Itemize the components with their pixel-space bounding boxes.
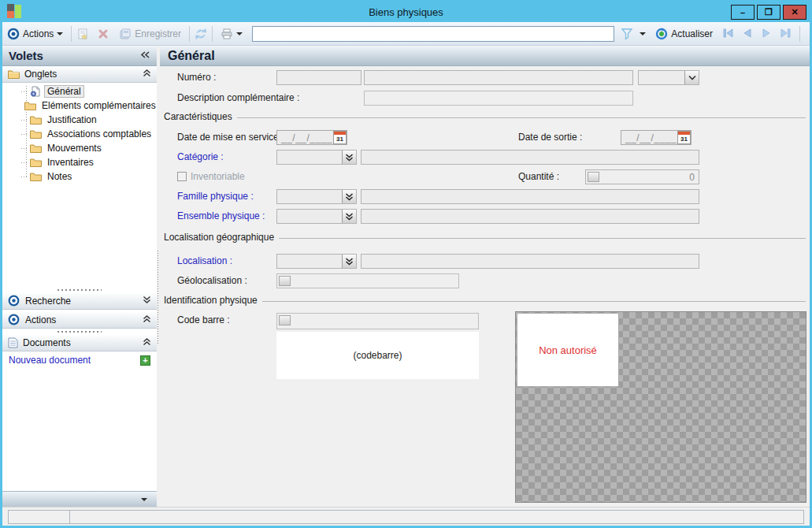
ensemble-physique-combo[interactable] <box>276 209 357 224</box>
add-document-icon[interactable]: + <box>140 355 150 366</box>
localisation-combo[interactable] <box>276 254 357 269</box>
description-label: Description complémentaire : <box>177 91 299 106</box>
delete-icon[interactable] <box>97 28 109 40</box>
new-item-icon[interactable] <box>76 28 89 40</box>
inventoriable-label: Inventoriable <box>191 171 245 182</box>
status-cell-left <box>9 511 70 523</box>
window-title: Biens physiques <box>2 6 810 18</box>
ensemble-physique-label[interactable]: Ensemble physique : <box>177 209 265 224</box>
chevron-double-down-icon[interactable] <box>342 151 356 164</box>
nav-next-icon[interactable] <box>760 28 773 40</box>
new-document-link[interactable]: Nouveau document <box>9 355 140 366</box>
famille-physique-field[interactable] <box>361 189 699 204</box>
folder-icon <box>8 69 20 79</box>
chevron-down-icon[interactable] <box>684 71 699 84</box>
categorie-combo[interactable] <box>276 150 357 165</box>
calendar-icon[interactable]: 31 <box>677 131 691 144</box>
panel-header-onglets[interactable]: Onglets <box>2 66 157 83</box>
collapse-sidebar-icon[interactable] <box>140 50 150 61</box>
numero-combo[interactable] <box>638 70 699 85</box>
filter-dropdown-icon[interactable] <box>640 32 646 35</box>
description-field[interactable] <box>364 91 633 106</box>
asset-image-area[interactable]: Non autorisé <box>515 311 806 503</box>
geolocalisation-button[interactable] <box>279 276 291 286</box>
quantite-field[interactable]: 0 <box>585 169 699 184</box>
localisation-label[interactable]: Localisation : <box>177 254 232 269</box>
folder-icon <box>24 101 36 110</box>
toolbar: Actions Enregistrer <box>2 22 810 46</box>
page-gear-icon <box>30 86 41 97</box>
localisation-field[interactable] <box>361 254 699 269</box>
sidebar-header: Volets <box>2 46 157 66</box>
toolbar-separator <box>212 26 213 42</box>
sidebar-empty-area <box>2 369 157 491</box>
sidebar-bottom-bar[interactable] <box>2 491 157 507</box>
chevron-double-up-icon <box>143 337 151 348</box>
tree-item-notes[interactable]: Notes <box>2 169 157 184</box>
maximize-button[interactable]: ❐ <box>757 5 780 20</box>
search-input[interactable] <box>252 26 614 42</box>
panel-header-actions[interactable]: Actions <box>2 312 157 329</box>
categorie-label[interactable]: Catégorie : <box>177 150 224 165</box>
refresh-data-button[interactable]: Actualiser <box>652 26 716 42</box>
panel-header-recherche[interactable]: Recherche <box>2 293 157 310</box>
tree-item-associations-comptables[interactable]: Associations comptables <box>2 127 157 141</box>
ensemble-physique-field[interactable] <box>361 209 699 224</box>
page-title: Général <box>168 49 215 63</box>
close-button[interactable]: ✕ <box>783 5 806 20</box>
folder-icon <box>30 115 42 125</box>
famille-physique-combo[interactable] <box>276 189 357 204</box>
date-sortie-field[interactable]: __/__/____ 31 <box>621 130 691 145</box>
actions-menu-button[interactable]: Actions <box>20 27 66 41</box>
save-button[interactable]: Enregistrer <box>116 26 184 42</box>
toolbar-separator <box>71 26 72 42</box>
nav-previous-icon[interactable] <box>741 28 754 40</box>
nav-first-icon[interactable] <box>722 28 735 40</box>
main-header: Général <box>160 46 810 66</box>
categorie-field[interactable] <box>361 150 699 165</box>
general-form: Numéro : Description complémentaire : Ca… <box>160 66 810 507</box>
toolbar-separator <box>189 26 190 42</box>
status-bar <box>2 507 810 526</box>
date-mise-en-service-field[interactable]: __/__/____ 31 <box>276 130 347 145</box>
titlebar: Biens physiques – ❐ ✕ <box>2 2 810 22</box>
minimize-button[interactable]: – <box>731 5 755 20</box>
chevron-double-down-icon[interactable] <box>342 255 356 268</box>
codebarre-preview: (codebarre) <box>276 332 479 379</box>
panel-header-documents[interactable]: Documents <box>2 335 157 351</box>
calendar-icon[interactable]: 31 <box>333 131 347 144</box>
group-localisation-geographique: Localisation géographique <box>164 232 806 243</box>
inventoriable-checkbox[interactable] <box>177 172 187 181</box>
nav-last-icon[interactable] <box>779 28 792 40</box>
famille-physique-label[interactable]: Famille physique : <box>177 189 254 204</box>
panel-label-documents: Documents <box>23 337 138 348</box>
save-icon <box>119 28 132 40</box>
code-barre-field[interactable] <box>276 313 479 329</box>
numero-field-1[interactable] <box>276 70 362 85</box>
code-barre-button[interactable] <box>279 315 291 325</box>
image-not-allowed-box: Non autorisé <box>517 313 619 387</box>
sidebar-volets: Volets Onglets <box>2 46 157 507</box>
group-caracteristiques: Caractéristiques <box>164 111 806 122</box>
panel-label-onglets: Onglets <box>24 69 138 80</box>
inventoriable-row: Inventoriable <box>177 169 245 184</box>
tree-item-general[interactable]: Général <box>2 84 157 99</box>
refresh-icon[interactable] <box>195 28 207 40</box>
chevron-double-up-icon <box>143 69 151 80</box>
actualiser-icon <box>655 28 668 40</box>
tree-item-justification[interactable]: Justification <box>2 113 157 127</box>
chevron-double-down-icon[interactable] <box>342 190 356 203</box>
folder-icon <box>30 172 42 181</box>
panel-label-recherche: Recherche <box>25 296 138 307</box>
chevron-double-down-icon[interactable] <box>342 210 356 223</box>
numero-field-2[interactable] <box>364 70 633 85</box>
panel-splitter-handle[interactable] <box>2 287 157 293</box>
tree-item-elements-complementaires[interactable]: Eléments complémentaires <box>2 99 157 113</box>
geolocalisation-field[interactable] <box>276 273 459 288</box>
filter-icon[interactable] <box>621 28 633 40</box>
quantite-button[interactable] <box>588 172 599 182</box>
panel-splitter-handle[interactable] <box>2 329 157 335</box>
print-button[interactable] <box>217 26 246 42</box>
tree-item-inventaires[interactable]: Inventaires <box>2 155 157 169</box>
tree-item-mouvements[interactable]: Mouvements <box>2 141 157 155</box>
